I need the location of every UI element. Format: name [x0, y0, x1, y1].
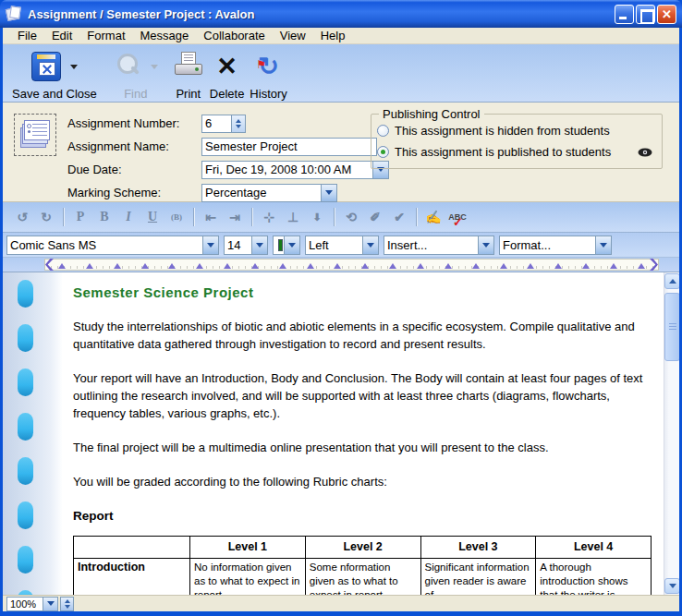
font-family-select[interactable]: Comic Sans MS [6, 236, 219, 255]
close-button[interactable]: ✕ [657, 5, 676, 24]
main-toolbar: Save and Close Find Print ✕ [3, 44, 679, 103]
signature-icon[interactable]: ✍ [421, 210, 445, 224]
scrollbar-thumb[interactable] [664, 293, 679, 361]
menu-collaborate[interactable]: Collaborate [196, 29, 273, 42]
assignment-number-stepper[interactable]: 6 [201, 115, 246, 133]
plain-style-icon[interactable]: P [68, 210, 92, 224]
chevron-down-icon[interactable] [321, 185, 336, 201]
find-button[interactable]: Find [114, 48, 158, 101]
table-cell: Significant information given reader is … [420, 559, 536, 596]
title-bar[interactable]: Assignment / Semester Project : Avalon ✕ [0, 0, 682, 28]
window-title: Assignment / Semester Project : Avalon [28, 7, 615, 21]
find-icon [114, 52, 141, 81]
approve-icon[interactable]: ✔ [387, 210, 411, 224]
formatting-toolbar: ↺ ↻ P B I U (B) ⇤ ⇥ ⊹ ⊥ ⬇ ⟲ ✐ ✔ ✍ ABC✓ [3, 202, 679, 233]
save-icon [31, 52, 61, 81]
assignments-icon [14, 114, 56, 156]
due-date-label: Due Date: [67, 163, 201, 176]
rubric-table: Level 1 Level 2 Level 3 Level 4 Introduc… [73, 536, 652, 595]
font-size-select[interactable]: 14 [224, 236, 268, 255]
font-color-swatch [278, 239, 283, 251]
application-window: Assignment / Semester Project : Avalon ✕… [0, 0, 682, 616]
alignment-select[interactable]: Left [305, 236, 379, 255]
insert-select[interactable]: Insert... [384, 236, 494, 255]
menu-help[interactable]: Help [313, 29, 353, 42]
save-and-close-button[interactable]: Save and Close [12, 48, 97, 101]
table-header-cell: Level 1 [190, 537, 306, 559]
scroll-down-button[interactable] [664, 578, 679, 594]
chevron-down-icon[interactable] [251, 236, 267, 254]
assignment-number-label: Assignment Number: [67, 116, 201, 130]
font-toolbar: Comic Sans MS 14 Left Insert... Format..… [3, 233, 679, 258]
spinner-buttons[interactable] [231, 115, 245, 132]
move-down-icon[interactable]: ⬇ [305, 211, 329, 223]
menu-message[interactable]: Message [133, 29, 197, 42]
strike-style-icon[interactable]: (B) [164, 212, 189, 222]
radio-icon[interactable] [377, 125, 389, 137]
tab-stop-icon[interactable]: ⊹ [257, 210, 281, 224]
table-header-cell [74, 537, 190, 559]
spellcheck-icon[interactable]: ABC✓ [445, 212, 469, 222]
find-dropdown-arrow-icon [151, 65, 158, 69]
chevron-down-icon[interactable] [478, 236, 493, 254]
chevron-down-icon[interactable] [362, 236, 378, 254]
assignment-name-label: Assignment Name: [67, 139, 201, 153]
menu-bar: File Edit Format Message Collaborate Vie… [3, 28, 679, 44]
menu-view[interactable]: View [273, 29, 313, 42]
hidden-from-students-option[interactable]: This assignment is hidden from students [371, 120, 662, 141]
underline-icon[interactable]: U [140, 210, 164, 224]
doc-heading: Semester Science Project [73, 284, 653, 301]
maximize-button[interactable] [636, 5, 655, 24]
eye-icon[interactable] [638, 146, 652, 160]
flag-icon: ⚑ [256, 50, 266, 79]
font-color-select[interactable] [273, 236, 300, 255]
marking-scheme-select[interactable]: Percentage [201, 184, 337, 202]
published-to-students-option[interactable]: This assignment is published to students [371, 141, 662, 163]
chevron-down-icon[interactable] [202, 236, 218, 254]
menu-edit[interactable]: Edit [44, 29, 79, 42]
format-select[interactable]: Format... [499, 236, 612, 255]
chevron-down-icon[interactable] [595, 236, 611, 254]
print-icon [173, 52, 204, 81]
delete-button[interactable]: ✕ Delete [210, 48, 245, 101]
italic-icon[interactable]: I [116, 210, 140, 224]
doc-paragraph: You will be graded according to the foll… [73, 473, 653, 490]
redo-icon[interactable]: ↻ [34, 210, 58, 224]
marking-scheme-label: Marking Scheme: [67, 186, 201, 199]
indent-icon[interactable]: ⇥ [223, 210, 247, 224]
document-editor[interactable]: Semester Science Project Study the inter… [73, 284, 653, 595]
status-bar: 100% [3, 595, 679, 611]
vertical-scrollbar[interactable] [664, 272, 679, 595]
pencil-icon[interactable]: ✐ [363, 210, 387, 224]
due-date-select[interactable]: Fri, Dec 19, 2008 10:00 AM [201, 161, 389, 179]
save-dropdown-arrow-icon[interactable] [70, 65, 78, 69]
table-row: Introduction No information given as to … [74, 559, 652, 596]
chevron-down-icon[interactable] [43, 597, 58, 611]
table-header-row: Level 1 Level 2 Level 3 Level 4 [74, 537, 652, 559]
menu-format[interactable]: Format [79, 29, 132, 42]
doc-paragraph: The final project will be a multimedia o… [73, 439, 653, 456]
undo-icon[interactable]: ↺ [10, 210, 34, 224]
assignment-form: Assignment Number: 6 Assignment Name: Se… [3, 103, 679, 202]
table-header-cell: Level 3 [420, 537, 536, 559]
scroll-up-button[interactable] [664, 273, 679, 289]
bold-icon[interactable]: B [92, 210, 116, 224]
document-area: Semester Science Project Study the inter… [3, 272, 679, 595]
table-cell: Introduction [74, 559, 190, 596]
print-button[interactable]: Print [173, 48, 204, 101]
ruler [3, 258, 679, 272]
table-cell: Some nformation given as to what to expe… [305, 559, 420, 596]
radio-selected-icon[interactable] [377, 146, 389, 158]
publishing-control-group: Publishing Control This assignment is hi… [371, 114, 663, 169]
minimize-button[interactable] [615, 5, 634, 24]
zoom-select[interactable]: 100% [6, 597, 58, 611]
zoom-stepper[interactable] [60, 597, 74, 611]
menu-file[interactable]: File [10, 29, 44, 42]
assignment-name-field[interactable]: Semester Project [201, 138, 377, 156]
history-button[interactable]: ↻⚑ History [250, 48, 286, 101]
revert-icon[interactable]: ⟲ [339, 210, 363, 224]
chevron-down-icon[interactable] [284, 236, 299, 254]
margin-stop-icon[interactable]: ⊥ [281, 210, 305, 224]
outdent-icon[interactable]: ⇤ [199, 210, 223, 224]
table-header-cell: Level 4 [536, 537, 652, 559]
